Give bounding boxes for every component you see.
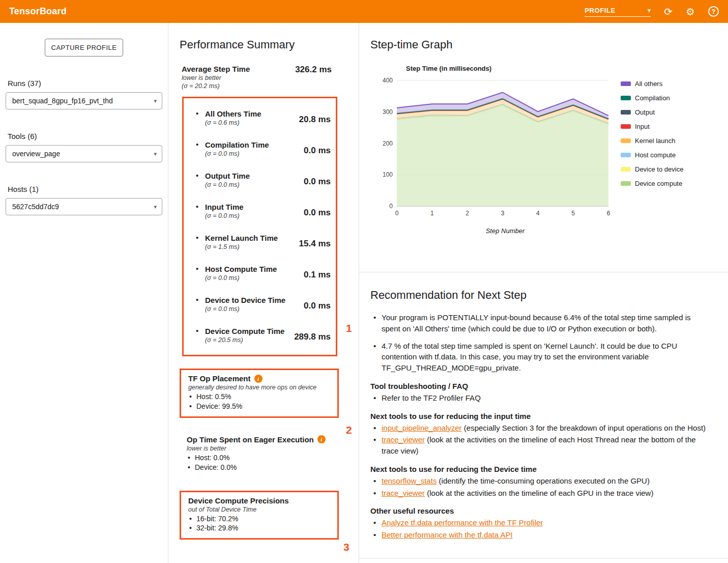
rec-item: trace_viewer (look at the activities on … <box>370 434 708 457</box>
step-time-graph-title: Step-time Graph <box>370 38 716 51</box>
legend-label: Host compute <box>635 151 676 159</box>
recommendation-title: Recommendation for Next Step <box>370 289 708 302</box>
capture-profile-button[interactable]: CAPTURE PROFILE <box>45 39 123 57</box>
runs-select[interactable]: bert_squad_8gpu_fp16_pvt_thd ▾ <box>6 92 162 109</box>
rec-item: Better performance with the tf.data API <box>370 529 708 541</box>
rec-item-text: (identify the time-consuming operations … <box>436 476 650 485</box>
rec-section-heading: Other useful resources <box>370 506 708 515</box>
annotation-box-tf-op-placement: TF Op Placement i generally desired to h… <box>180 369 339 418</box>
metric-sigma: (σ = 20.5 ms) <box>205 336 284 344</box>
metric-sigma: (σ = 0.0 ms) <box>205 181 250 188</box>
info-icon[interactable]: i <box>317 435 326 443</box>
metric-row-device-compute: Device Compute Time (σ = 20.5 ms) 289.8 … <box>184 320 336 351</box>
metric-row-host-compute: Host Compute Time (σ = 0.0 ms) 0.1 ms <box>184 258 336 289</box>
metric-row-output: Output Time (σ = 0.0 ms) 0.0 ms <box>184 164 336 195</box>
eager-execution-block: Op Time Spent on Eager Execution i lower… <box>180 435 339 472</box>
metric-value: 0.0 ms <box>304 177 331 187</box>
metric-label: Device Compute Time <box>205 327 284 335</box>
metric-sigma: (σ = 1.5 ms) <box>205 243 278 250</box>
chevron-down-icon: ▾ <box>154 204 157 210</box>
tools-label: Tools (6) <box>8 132 162 140</box>
recommendation-bullet: 4.7 % of the total step time sampled is … <box>370 341 708 374</box>
svg-text:200: 200 <box>383 140 393 147</box>
trace-viewer-link[interactable]: trace_viewer <box>382 489 425 497</box>
metric-label: Device to Device Time <box>205 296 285 304</box>
svg-text:300: 300 <box>383 108 393 116</box>
device-precisions-note: out of Total Device Time <box>188 506 331 513</box>
rec-item-text: Refer to the TF2 Profiler FAQ <box>382 393 481 402</box>
tools-select[interactable]: overview_page ▾ <box>6 145 162 162</box>
stacked-area-chart: 01002003004000123456 <box>380 76 614 219</box>
eager-execution-title: Op Time Spent on Eager Execution <box>187 435 314 444</box>
header-actions: PROFILE ▾ ⟳ ⚙ ? <box>585 6 719 17</box>
tfdata-performance-link[interactable]: Analyze tf.data performance with the TF … <box>382 518 543 527</box>
legend-swatch <box>621 181 631 186</box>
gear-icon[interactable]: ⚙ <box>686 7 695 17</box>
metric-label: Compilation Time <box>205 140 269 149</box>
average-step-time-label: Average Step Time <box>182 65 250 73</box>
main-content: CAPTURE PROFILE Runs (37) bert_squad_8gp… <box>0 23 728 563</box>
annotation-number-3: 3 <box>343 541 350 553</box>
legend-label: Compilation <box>635 94 670 102</box>
rec-section-heading: Next tools to use for reducing the Devic… <box>370 465 708 473</box>
eager-host: Host: 0.0% <box>187 453 333 463</box>
legend-label: Kernel launch <box>635 137 676 145</box>
chart-x-axis-title: Step Number <box>380 227 614 235</box>
input-pipeline-analyzer-link[interactable]: input_pipeline_analyzer <box>382 424 462 432</box>
rec-item: trace_viewer (look at the activities on … <box>370 488 708 499</box>
legend-item: All others <box>621 80 683 88</box>
legend-item: Output <box>621 108 683 116</box>
metric-value: 20.8 ms <box>299 115 331 125</box>
reload-icon[interactable]: ⟳ <box>664 7 673 17</box>
tensorflow-stats-link[interactable]: tensorflow_stats <box>382 476 436 485</box>
svg-text:400: 400 <box>383 77 393 84</box>
rec-section-heading: Next tools to use for reducing the input… <box>370 412 708 420</box>
svg-text:2: 2 <box>465 210 469 217</box>
tf-op-placement-host: Host: 0.5% <box>188 392 331 402</box>
rec-item-text: (especially Section 3 for the breakdown … <box>462 424 706 432</box>
legend-label: Output <box>635 108 655 116</box>
legend-swatch <box>621 138 631 143</box>
metric-label: Kernel Launch Time <box>205 234 278 242</box>
legend-item: Compilation <box>621 94 683 102</box>
legend-swatch <box>621 153 631 157</box>
tfdata-api-link[interactable]: Better performance with the tf.data API <box>382 530 513 539</box>
tf-op-placement-device: Device: 99.5% <box>188 402 331 411</box>
trace-viewer-link[interactable]: trace_viewer <box>382 435 425 444</box>
hosts-select[interactable]: 5627c5dd7dc9 ▾ <box>6 198 162 215</box>
metric-label: Input Time <box>205 203 244 211</box>
average-step-time-value: 326.2 ms <box>295 65 332 90</box>
metric-label: All Others Time <box>205 109 261 118</box>
metric-sigma: (σ = 0.0 ms) <box>205 150 269 157</box>
rec-item: input_pipeline_analyzer (especially Sect… <box>370 423 708 434</box>
average-step-time-row: Average Step Time lower is better (σ = 2… <box>182 65 332 90</box>
metric-value: 0.0 ms <box>304 301 331 311</box>
info-icon[interactable]: i <box>254 375 263 383</box>
legend-label: Device to device <box>635 165 683 173</box>
chevron-down-icon: ▾ <box>154 98 157 104</box>
tf-op-placement-title: TF Op Placement <box>188 374 251 383</box>
performance-summary-panel: Performance Summary Average Step Time lo… <box>168 23 359 563</box>
legend-label: All others <box>635 80 662 88</box>
rec-item: tensorflow_stats (identify the time-cons… <box>370 475 708 487</box>
chart-legend: All othersCompilationOutputInputKernel l… <box>621 80 683 235</box>
annotation-box-device-precisions: Device Compute Precisions out of Total D… <box>180 491 339 540</box>
rec-item-text: (look at the activities on the timeline … <box>382 435 696 455</box>
performance-summary-title: Performance Summary <box>180 38 344 51</box>
recommendation-card: Recommendation for Next Step Your progra… <box>359 272 728 558</box>
metric-row-device-to-device: Device to Device Time (σ = 0.0 ms) 0.0 m… <box>184 289 336 320</box>
legend-item: Device compute <box>621 180 683 187</box>
legend-swatch <box>621 124 631 129</box>
dashboard-selector[interactable]: PROFILE ▾ <box>585 7 651 17</box>
svg-text:1: 1 <box>430 210 434 217</box>
metric-value: 0.1 ms <box>304 270 331 280</box>
rec-item: Refer to the TF2 Profiler FAQ <box>370 392 708 404</box>
annotation-box-step-breakdown: All Others Time (σ = 0.6 ms) 20.8 ms Com… <box>182 97 337 356</box>
metric-sigma: (σ = 0.6 ms) <box>205 119 261 126</box>
hosts-label: Hosts (1) <box>8 185 162 193</box>
legend-item: Input <box>621 123 683 130</box>
metric-sigma: (σ = 0.0 ms) <box>205 212 244 219</box>
hosts-select-value: 5627c5dd7dc9 <box>12 203 59 211</box>
precision-32bit: 32-bit: 29.8% <box>188 523 331 533</box>
help-icon[interactable]: ? <box>708 6 719 17</box>
